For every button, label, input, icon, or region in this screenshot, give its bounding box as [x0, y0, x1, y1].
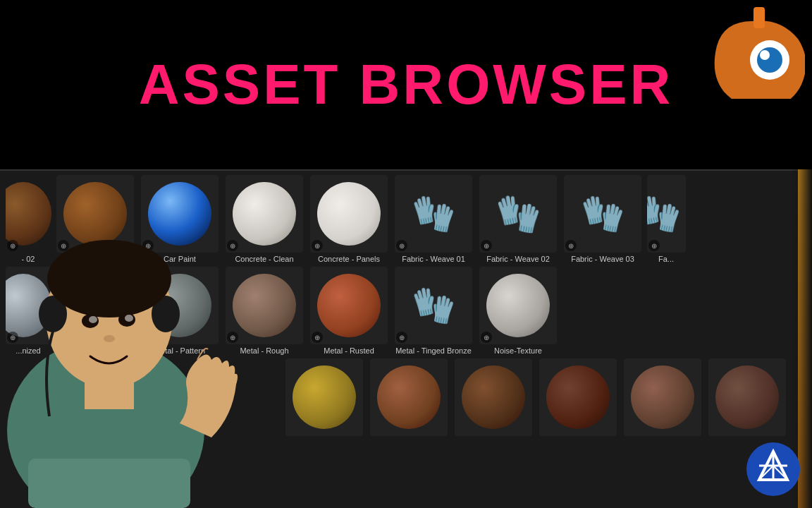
asset-label-bricks03: Bricks 03: [79, 255, 111, 263]
glove-yellow-icon: 🧤: [402, 274, 465, 337]
world-icon-noise: ⊕: [481, 332, 492, 343]
world-icon-bricks03: ⊕: [58, 240, 69, 251]
world-icon-concrete-panels: ⊕: [312, 240, 323, 251]
asset-item-fabric-weave01[interactable]: 🧤 ⊕ Fabric - Weave 01: [391, 175, 476, 263]
crown-icon: 👑: [75, 287, 115, 325]
world-icon-car-paint: ⊕: [142, 240, 154, 251]
asset-item-olive[interactable]: [282, 358, 367, 436]
glove-partial-icon: 🧤: [647, 182, 686, 246]
asset-item-brown3[interactable]: [536, 358, 620, 436]
asset-item-bricks03[interactable]: ⊕ Bricks 03: [53, 175, 137, 263]
asset-row-1: ⊕ - 02 ⊕ Bricks 03 ⊕ Car Paint ⊕: [0, 175, 812, 263]
asset-item-brown4[interactable]: [620, 358, 705, 436]
asset-label-metal-tinged: Metal - Tinged Bronze: [395, 346, 472, 355]
asset-label-car-paint: Car Paint: [164, 255, 196, 263]
world-icon-galvanized: ⊕: [7, 332, 18, 343]
world-icon-fabric-01: ⊕: [396, 240, 407, 251]
glove-darkblue-icon: 🧤: [571, 182, 634, 246]
world-icon-metal-pattern: ⊕: [142, 332, 154, 343]
world-icon-fabric-03: ⊕: [565, 240, 577, 251]
asset-item-partial-fabric4[interactable]: 🧤 ⊕ Fa...: [645, 175, 687, 263]
asset-item-concrete-clean[interactable]: ⊕ Concrete - Clean: [222, 175, 307, 263]
world-icon: ⊕: [7, 240, 18, 251]
asset-item-fabric-weave03[interactable]: 🧤 ⊕ Fabric - Weave 03: [560, 175, 645, 263]
world-icon-concrete-clean: ⊕: [227, 240, 238, 251]
asset-item-metal-rough[interactable]: ⊕ Metal - Rough: [222, 267, 307, 355]
page-title: ASSET BROWSER: [139, 52, 674, 117]
asset-item-car-paint[interactable]: ⊕ Car Paint: [137, 175, 222, 263]
world-icon-fabric-02: ⊕: [481, 240, 492, 251]
asset-label-metal-rusted: Metal - Rusted: [324, 346, 374, 355]
svg-point-2: [757, 47, 782, 73]
asset-label-metal-pattern: Metal - Pattern: [154, 346, 205, 355]
asset-item-fabric-weave02[interactable]: 🧤 ⊕ Fabric - Weave 02: [476, 175, 560, 263]
asset-label-fabric-01: Fabric - Weave 01: [402, 255, 465, 263]
glove-gray-icon: 🧤: [402, 182, 465, 246]
gemstone-logo: [745, 441, 801, 497]
asset-item-brown2[interactable]: [451, 358, 536, 436]
asset-row-2: ⊕ ...nized 👑 ⊕ Metal - Gold ⊕ Metal - Pa…: [0, 267, 812, 355]
asset-label-noise: Noise-Texture: [494, 346, 542, 355]
world-icon-metal-rough: ⊕: [227, 332, 238, 343]
asset-label-concrete-panels: Concrete - Panels: [318, 255, 380, 263]
asset-label-galvanized: ...nized: [16, 346, 40, 355]
world-icon-partial: ⊕: [648, 240, 660, 251]
asset-item-brown5[interactable]: [705, 358, 789, 436]
asset-item-metal-gold[interactable]: 👑 ⊕ Metal - Gold: [53, 267, 137, 355]
asset-browser-section: ⊕ - 02 ⊕ Bricks 03 ⊕ Car Paint ⊕: [0, 169, 812, 508]
asset-label-partial: Fa...: [658, 255, 674, 263]
world-icon-metal-rusted: ⊕: [312, 332, 323, 343]
world-icon-metal-gold: ⊕: [58, 332, 69, 343]
blender-logo: [713, 7, 805, 99]
asset-item-metal-pattern[interactable]: ⊕ Metal - Pattern: [137, 267, 222, 355]
glove-red-icon: 🧤: [486, 182, 550, 246]
asset-label: - 02: [22, 255, 35, 263]
world-icon-metal-tinged: ⊕: [396, 332, 407, 343]
asset-item-galvanized[interactable]: ⊕ ...nized: [4, 267, 53, 355]
asset-item-metal-rusted[interactable]: ⊕ Metal - Rusted: [307, 267, 391, 355]
asset-label-concrete-clean: Concrete - Clean: [235, 255, 293, 263]
asset-item-noise-texture[interactable]: ⊕ Noise-Texture: [476, 267, 560, 355]
separator: [0, 169, 812, 171]
asset-item-concrete-panels[interactable]: ⊕ Concrete - Panels: [307, 175, 391, 263]
svg-point-3: [760, 50, 770, 60]
asset-label-fabric-02: Fabric - Weave 02: [486, 255, 550, 263]
asset-item-metal-tinged[interactable]: 🧤 ⊕ Metal - Tinged Bronze: [391, 267, 476, 355]
asset-row-3: [0, 358, 812, 436]
asset-label-metal-rough: Metal - Rough: [240, 346, 288, 355]
header-section: ASSET BROWSER: [0, 0, 812, 169]
svg-rect-0: [753, 7, 765, 28]
asset-label-fabric-03: Fabric - Weave 03: [571, 255, 634, 263]
asset-item-brown1[interactable]: [367, 358, 451, 436]
svg-rect-15: [28, 459, 190, 508]
asset-label-metal-gold: Metal - Gold: [74, 346, 116, 355]
asset-item-partial-brick1[interactable]: ⊕ - 02: [4, 175, 53, 263]
